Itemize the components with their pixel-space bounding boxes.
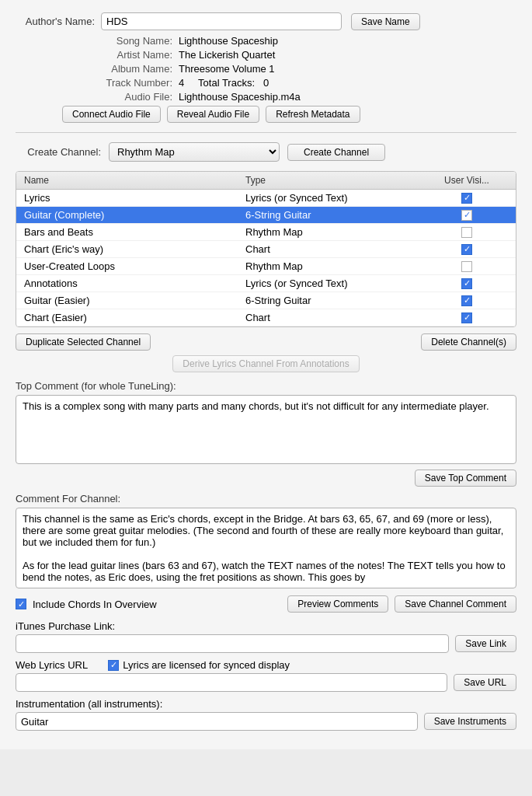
channel-type-select[interactable]: Rhythm MapLyrics6-String GuitarChartAnno… bbox=[109, 142, 280, 162]
row-vis-cell: ✓ bbox=[418, 244, 516, 255]
row-vis-cell bbox=[418, 227, 516, 238]
track-number-label: Track Number: bbox=[101, 77, 179, 89]
channel-comment-textarea[interactable] bbox=[16, 508, 516, 588]
lyrics-licensed-checkbox[interactable]: ✓ bbox=[108, 660, 119, 671]
row-visibility-checkbox[interactable]: ✓ bbox=[461, 278, 472, 289]
include-chords-label: Include Chords In Overview bbox=[33, 599, 157, 610]
song-name-value: Lighthouse Spaceship bbox=[179, 35, 278, 47]
preview-comments-button[interactable]: Preview Comments bbox=[287, 595, 388, 613]
row-visibility-checkbox[interactable] bbox=[461, 227, 472, 238]
duplicate-channel-button[interactable]: Duplicate Selected Channel bbox=[16, 333, 151, 351]
row-type-cell: 6-String Guitar bbox=[238, 295, 418, 306]
row-type-cell: Chart bbox=[238, 312, 418, 323]
row-name-cell: Guitar (Easier) bbox=[16, 295, 238, 306]
derive-lyrics-button[interactable]: Derive Lyrics Channel From Annotations bbox=[172, 355, 359, 372]
row-name-cell: Annotations bbox=[16, 278, 238, 289]
web-lyrics-url-input[interactable] bbox=[16, 673, 447, 692]
row-name-cell: Chart (Easier) bbox=[16, 312, 238, 323]
row-vis-cell: ✓ bbox=[418, 193, 516, 204]
table-row[interactable]: Chart (Easier)Chart✓ bbox=[16, 309, 516, 326]
itunes-link-input[interactable] bbox=[16, 634, 449, 653]
instrumentation-input[interactable] bbox=[16, 712, 418, 731]
reveal-audio-button[interactable]: Reveal Audio File bbox=[167, 106, 259, 123]
track-number-value: 4 Total Tracks: 0 bbox=[179, 77, 269, 89]
connect-audio-button[interactable]: Connect Audio File bbox=[62, 106, 161, 123]
row-name-cell: Bars and Beats bbox=[16, 226, 238, 238]
artist-name-value: The Lickerish Quartet bbox=[179, 49, 275, 61]
row-visibility-checkbox[interactable]: ✓ bbox=[461, 295, 472, 306]
author-name-label: Author's Name: bbox=[16, 16, 101, 27]
row-name-cell: User-Created Loops bbox=[16, 260, 238, 272]
save-name-button[interactable]: Save Name bbox=[351, 13, 420, 30]
row-type-cell: 6-String Guitar bbox=[238, 209, 418, 221]
row-type-cell: Lyrics (or Synced Text) bbox=[238, 192, 418, 204]
row-visibility-checkbox[interactable]: ✓ bbox=[461, 193, 472, 204]
song-name-label: Song Name: bbox=[101, 35, 179, 47]
save-instruments-button[interactable]: Save Instruments bbox=[424, 713, 516, 730]
album-name-value: Threesome Volume 1 bbox=[179, 63, 275, 75]
row-visibility-checkbox[interactable] bbox=[461, 261, 472, 272]
row-visibility-checkbox[interactable]: ✓ bbox=[461, 210, 472, 221]
table-row[interactable]: AnnotationsLyrics (or Synced Text)✓ bbox=[16, 275, 516, 292]
audio-file-label: Audio File: bbox=[101, 91, 179, 103]
channel-comment-label: Comment For Channel: bbox=[16, 493, 516, 504]
table-body: LyricsLyrics (or Synced Text)✓Guitar (Co… bbox=[16, 190, 516, 326]
table-row[interactable]: Guitar (Easier)6-String Guitar✓ bbox=[16, 292, 516, 309]
table-row[interactable]: User-Created LoopsRhythm Map bbox=[16, 258, 516, 275]
row-vis-cell: ✓ bbox=[418, 312, 516, 323]
table-row[interactable]: LyricsLyrics (or Synced Text)✓ bbox=[16, 190, 516, 207]
row-vis-cell: ✓ bbox=[418, 210, 516, 221]
save-url-button[interactable]: Save URL bbox=[454, 674, 516, 691]
audio-file-value: Lighthouse Spaceship.m4a bbox=[179, 91, 301, 103]
row-type-cell: Chart bbox=[238, 243, 418, 255]
instrumentation-label: Instrumentation (all instruments): bbox=[16, 698, 516, 710]
itunes-link-label: iTunes Purchase Link: bbox=[16, 620, 516, 632]
table-row[interactable]: Bars and BeatsRhythm Map bbox=[16, 224, 516, 241]
save-link-button[interactable]: Save Link bbox=[455, 635, 516, 652]
web-lyrics-label: Web Lyrics URL bbox=[16, 659, 88, 671]
row-vis-cell: ✓ bbox=[418, 278, 516, 289]
col-header-vis: User Visi... bbox=[418, 175, 516, 186]
col-header-name: Name bbox=[16, 175, 238, 186]
row-type-cell: Rhythm Map bbox=[238, 260, 418, 272]
row-name-cell: Chart (Eric's way) bbox=[16, 243, 238, 255]
artist-name-label: Artist Name: bbox=[101, 49, 179, 61]
row-type-cell: Rhythm Map bbox=[238, 226, 418, 238]
author-name-input[interactable] bbox=[101, 12, 342, 30]
table-header: Name Type User Visi... bbox=[16, 172, 516, 190]
top-comment-label: Top Comment (for whole TuneLing): bbox=[16, 380, 516, 392]
row-vis-cell bbox=[418, 261, 516, 272]
col-header-type: Type bbox=[238, 175, 418, 186]
divider-1 bbox=[16, 132, 516, 133]
create-channel-label: Create Channel: bbox=[16, 146, 109, 158]
channel-table: Name Type User Visi... LyricsLyrics (or … bbox=[16, 171, 516, 327]
row-type-cell: Lyrics (or Synced Text) bbox=[238, 278, 418, 289]
row-visibility-checkbox[interactable]: ✓ bbox=[461, 312, 472, 323]
album-name-label: Album Name: bbox=[101, 63, 179, 75]
channel-action-buttons: Duplicate Selected Channel Delete Channe… bbox=[16, 333, 516, 351]
save-channel-comment-button[interactable]: Save Channel Comment bbox=[395, 595, 516, 613]
lyrics-licensed-label: Lyrics are licensed for synced display bbox=[123, 659, 290, 671]
refresh-metadata-button[interactable]: Refresh Metadata bbox=[266, 106, 360, 123]
derive-lyrics-section: Derive Lyrics Channel From Annotations bbox=[16, 355, 516, 372]
create-channel-button[interactable]: Create Channel bbox=[287, 144, 385, 161]
table-row[interactable]: Chart (Eric's way)Chart✓ bbox=[16, 241, 516, 258]
row-visibility-checkbox[interactable]: ✓ bbox=[461, 244, 472, 255]
row-name-cell: Guitar (Complete) bbox=[16, 209, 238, 221]
save-top-comment-button[interactable]: Save Top Comment bbox=[415, 470, 516, 487]
include-chords-checkbox[interactable]: ✓ bbox=[16, 599, 26, 609]
row-vis-cell: ✓ bbox=[418, 295, 516, 306]
delete-channel-button[interactable]: Delete Channel(s) bbox=[421, 333, 516, 351]
table-row[interactable]: Guitar (Complete)6-String Guitar✓ bbox=[16, 207, 516, 224]
row-name-cell: Lyrics bbox=[16, 192, 238, 204]
top-comment-textarea[interactable] bbox=[16, 395, 516, 464]
